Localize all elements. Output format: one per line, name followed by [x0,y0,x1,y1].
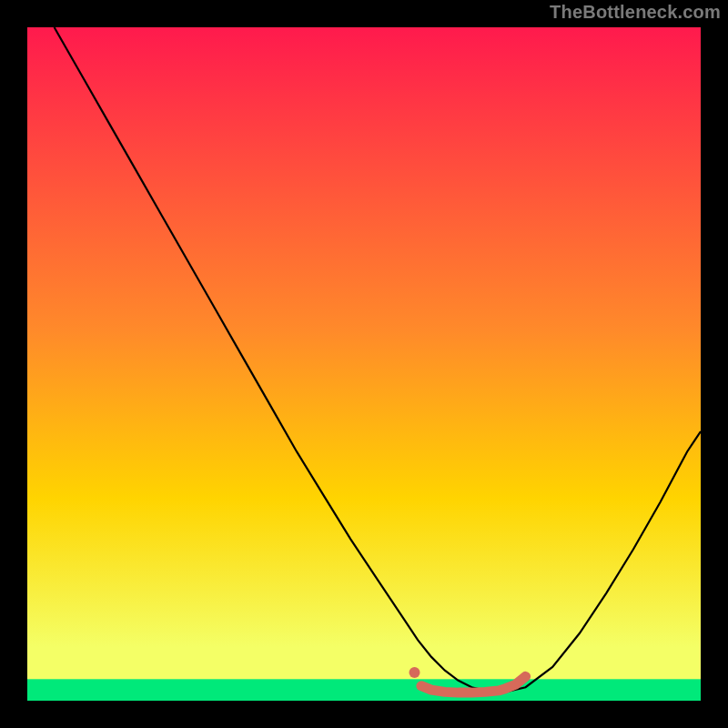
gradient-background [27,27,701,701]
chart-frame: TheBottleneck.com [0,0,728,728]
watermark-text: TheBottleneck.com [550,2,721,23]
highlight-dot [410,667,420,678]
green-band [27,679,701,701]
plot-svg [27,27,701,701]
plot-area [27,27,701,701]
